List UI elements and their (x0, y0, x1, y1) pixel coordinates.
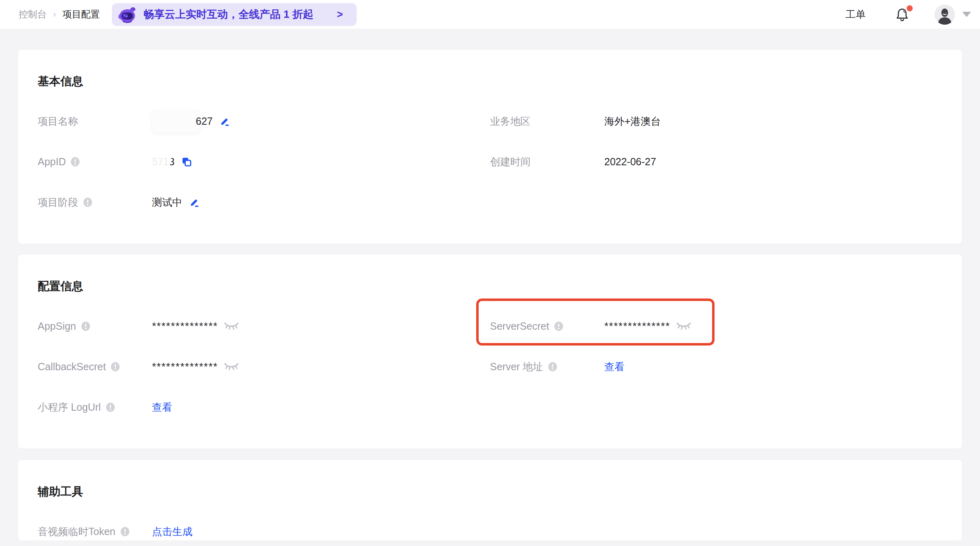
promo-banner-arrow-icon: > (337, 9, 343, 20)
topbar: 控制台 › 项目配置 畅享云上实时互动，全线产品 1 折起 > 工单 (0, 0, 980, 29)
eye-closed-icon[interactable] (224, 362, 239, 371)
promo-banner[interactable]: 畅享云上实时互动，全线产品 1 折起 > (112, 3, 357, 26)
create-time-label: 创建时间 (490, 155, 531, 168)
config-info-title: 配置信息 (38, 281, 942, 292)
appid-row: AppID 571 3 (38, 141, 490, 182)
info-icon[interactable] (554, 321, 564, 331)
info-icon[interactable] (120, 527, 130, 537)
project-stage-row: 项目阶段 测试中 (38, 182, 490, 222)
topbar-right: 工单 (845, 4, 971, 25)
tools-card: 辅助工具 音视频临时Token 点击生成 (18, 460, 962, 540)
appid-label: AppID (38, 156, 66, 168)
robot-mascot-icon (118, 5, 137, 24)
config-info-rows: AppSign ************** (38, 306, 942, 427)
basic-info-title: 基本信息 (38, 76, 942, 87)
info-icon[interactable] (81, 321, 91, 331)
business-region-row: 业务地区 海外+港澳台 (490, 101, 942, 141)
project-name-row: 项目名称 627 (38, 101, 490, 141)
chevron-down-icon[interactable] (962, 12, 971, 17)
basic-info-card: 基本信息 项目名称 627 业务地区 (18, 50, 962, 243)
project-name-label: 项目名称 (38, 115, 78, 128)
project-stage-label: 项目阶段 (38, 196, 78, 209)
appid-obscured-value: 571 (152, 156, 169, 168)
avatar-person-icon (935, 4, 955, 25)
info-icon[interactable] (548, 362, 558, 372)
miniprogram-logurl-row: 小程序 LogUrl 查看 (38, 387, 490, 427)
breadcrumb-current-page: 项目配置 (62, 8, 100, 21)
project-name-value: 627 (196, 115, 213, 127)
business-region-value: 海外+港澳台 (604, 115, 661, 128)
rtc-temp-token-row: 音视频临时Token 点击生成 (38, 511, 490, 540)
config-info-card: 配置信息 AppSign ************** (18, 255, 962, 448)
ticket-link[interactable]: 工单 (845, 8, 866, 21)
miniprogram-logurl-view-link[interactable]: 查看 (152, 401, 172, 414)
info-icon[interactable] (70, 157, 80, 167)
callbacksecret-label: CallbackSecret (38, 361, 106, 373)
edit-pencil-icon[interactable] (219, 116, 230, 127)
empty-cell (490, 511, 942, 540)
redaction-patch (148, 149, 171, 166)
appsign-label: AppSign (38, 320, 76, 332)
info-icon[interactable] (105, 402, 116, 412)
user-avatar[interactable] (935, 4, 955, 25)
notification-bell-icon[interactable] (895, 7, 909, 22)
info-icon[interactable] (83, 197, 93, 207)
miniprogram-logurl-label: 小程序 LogUrl (38, 401, 101, 414)
promo-banner-text: 畅享云上实时互动，全线产品 1 折起 (143, 7, 313, 21)
create-time-value: 2022-06-27 (604, 156, 656, 168)
generate-token-link[interactable]: 点击生成 (152, 525, 193, 538)
eye-closed-icon[interactable] (676, 322, 691, 331)
server-address-label: Server 地址 (490, 360, 543, 373)
breadcrumb: 控制台 › 项目配置 (19, 8, 100, 21)
eye-closed-icon[interactable] (224, 322, 239, 331)
appsign-masked-value: ************** (152, 320, 218, 333)
callbacksecret-masked-value: ************** (152, 360, 218, 373)
tools-title: 辅助工具 (38, 486, 942, 497)
serversecret-label: ServerSecret (490, 320, 549, 332)
serversecret-masked-value: ************** (604, 320, 670, 333)
edit-pencil-icon[interactable] (189, 197, 200, 208)
main-content: 基本信息 项目名称 627 业务地区 (0, 29, 980, 540)
breadcrumb-console[interactable]: 控制台 (19, 8, 47, 21)
business-region-label: 业务地区 (490, 115, 531, 128)
empty-cell (490, 182, 942, 222)
appsign-row: AppSign ************** (38, 306, 490, 346)
copy-icon[interactable] (181, 156, 192, 167)
info-icon[interactable] (110, 362, 120, 372)
basic-info-rows: 项目名称 627 业务地区 海外+港澳台 (38, 101, 942, 222)
server-address-row: Server 地址 查看 (490, 346, 942, 387)
breadcrumb-separator-icon: › (53, 9, 56, 20)
callbacksecret-row: CallbackSecret ************** (38, 346, 490, 387)
serversecret-row: ServerSecret ************** (490, 306, 942, 346)
notification-badge (907, 5, 913, 11)
redaction-patch (152, 110, 200, 132)
create-time-row: 创建时间 2022-06-27 (490, 141, 942, 182)
rtc-temp-token-label: 音视频临时Token (38, 525, 116, 538)
server-address-view-link[interactable]: 查看 (604, 360, 625, 373)
tools-rows: 音视频临时Token 点击生成 (38, 511, 942, 540)
project-stage-value: 测试中 (152, 196, 182, 209)
empty-cell (490, 387, 942, 427)
